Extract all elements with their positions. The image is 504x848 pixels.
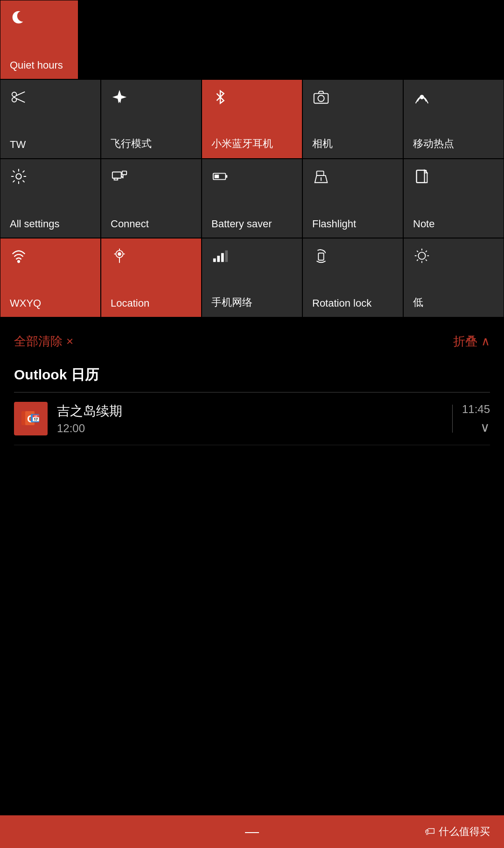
outlook-icon: O 📅 (14, 402, 48, 435)
svg-rect-10 (122, 171, 127, 175)
rotation-icon (312, 247, 393, 267)
tile-battery-saver[interactable]: Battery saver (202, 159, 302, 238)
tile-quiet-hours[interactable]: Quiet hours (0, 0, 78, 79)
notification-sub-text: 12:00 (57, 422, 443, 435)
svg-line-39 (426, 251, 427, 252)
tile-camera[interactable]: 相机 (302, 79, 403, 159)
clear-all-label: 全部清除 (14, 333, 63, 350)
tile-row-2: All settings Connect (0, 159, 504, 238)
tile-connect[interactable]: Connect (101, 159, 202, 238)
svg-line-37 (417, 251, 418, 252)
tile-wxyq-label: WXYQ (10, 297, 91, 309)
svg-rect-29 (221, 253, 224, 262)
svg-rect-27 (213, 259, 216, 262)
svg-point-5 (318, 95, 324, 101)
tile-tw-label: TW (10, 139, 91, 151)
tile-tw[interactable]: TW (0, 79, 101, 159)
tile-camera-label: 相机 (312, 137, 393, 151)
flashlight-icon (312, 168, 393, 188)
notification-item[interactable]: O 📅 吉之岛续期 12:00 11:45 ∨ (14, 392, 490, 445)
notification-vertical-divider (452, 405, 453, 433)
tile-row0-spacer (78, 0, 504, 79)
tile-mobile-network-label: 手机网络 (211, 295, 293, 309)
svg-rect-15 (215, 175, 219, 178)
tile-hotspot-label: 移动热点 (413, 137, 494, 151)
tile-hotspot[interactable]: 移动热点 (403, 79, 504, 159)
tile-battery-saver-label: Battery saver (211, 218, 293, 230)
notification-content: 吉之岛续期 12:00 (57, 402, 443, 435)
svg-rect-16 (317, 171, 324, 176)
tile-row-1: TW 飞行模式 小米蓝牙耳机 (0, 79, 504, 159)
brand-text: 什么值得买 (439, 825, 490, 839)
clear-all-icon: × (66, 334, 73, 349)
svg-rect-31 (318, 253, 323, 260)
tile-note[interactable]: Note (403, 159, 504, 238)
collapse-button[interactable]: 折叠 ∧ (453, 333, 490, 350)
svg-point-26 (118, 252, 121, 255)
tile-connect-label: Connect (111, 218, 192, 230)
notification-section: Outlook 日历 O 📅 吉之岛续期 12:00 11:45 ∨ (0, 361, 504, 455)
tile-airplane-mode[interactable]: 飞行模式 (101, 79, 202, 159)
moon-icon (10, 9, 69, 29)
svg-line-40 (417, 259, 418, 261)
wifi-bars-icon (10, 247, 91, 267)
chevron-down-icon[interactable]: ∨ (480, 420, 490, 435)
brand-icon: 🏷 (425, 826, 435, 838)
collapse-icon: ∧ (481, 334, 490, 349)
svg-point-32 (418, 252, 425, 259)
tile-location[interactable]: Location (101, 238, 202, 317)
tile-mobile-network[interactable]: 手机网络 (202, 238, 302, 317)
svg-rect-19 (417, 170, 425, 183)
tile-flashlight[interactable]: Flashlight (302, 159, 403, 238)
svg-rect-28 (217, 256, 220, 262)
notification-time: 11:45 (462, 403, 490, 416)
brightness-icon (413, 247, 494, 267)
tile-rotation-lock[interactable]: Rotation lock (302, 238, 403, 317)
location-icon (111, 247, 192, 267)
tile-row-0: Quiet hours (0, 0, 504, 79)
battery-icon (211, 168, 293, 188)
svg-point-0 (12, 92, 17, 97)
clear-all-button[interactable]: 全部清除 × (14, 333, 73, 350)
notification-right: 11:45 ∨ (462, 403, 490, 435)
tile-bluetooth-label: 小米蓝牙耳机 (211, 137, 293, 151)
airplane-icon (111, 88, 192, 109)
svg-point-20 (18, 260, 20, 262)
svg-rect-30 (225, 251, 228, 262)
tile-rotation-lock-label: Rotation lock (312, 297, 393, 309)
svg-line-38 (426, 259, 427, 261)
svg-point-7 (16, 174, 21, 179)
tile-brightness[interactable]: 低 (403, 238, 504, 317)
action-bar: 全部清除 × 折叠 ∧ (0, 322, 504, 361)
bottom-bar: — 🏷 什么值得买 (0, 815, 504, 848)
tile-flashlight-label: Flashlight (312, 218, 393, 230)
svg-rect-14 (225, 175, 227, 178)
tile-bluetooth[interactable]: 小米蓝牙耳机 (202, 79, 302, 159)
tile-row-3: WXYQ Location (0, 238, 504, 317)
collapse-label: 折叠 (453, 333, 477, 350)
quick-actions-grid: Quiet hours TW 飞行模式 (0, 0, 504, 317)
tile-brightness-label: 低 (413, 295, 494, 309)
tile-wxyq[interactable]: WXYQ (0, 238, 101, 317)
svg-line-2 (16, 92, 25, 96)
tile-location-label: Location (111, 297, 192, 309)
home-button[interactable]: — (245, 824, 259, 840)
gear-icon (10, 168, 91, 188)
signal-icon (211, 247, 293, 267)
hotspot-icon (413, 88, 494, 109)
notification-section-title: Outlook 日历 (14, 365, 490, 385)
tile-note-label: Note (413, 218, 494, 230)
svg-rect-8 (112, 172, 121, 178)
bluetooth-icon (211, 88, 293, 109)
tile-airplane-label: 飞行模式 (111, 137, 192, 151)
scissors-icon (10, 88, 91, 109)
note-icon (413, 168, 494, 188)
svg-rect-9 (114, 178, 118, 180)
tile-quiet-hours-label: Quiet hours (10, 59, 69, 71)
svg-line-3 (16, 98, 25, 103)
tile-all-settings-label: All settings (10, 218, 91, 230)
camera-icon (312, 88, 393, 109)
notification-main-text: 吉之岛续期 (57, 402, 443, 420)
tile-all-settings[interactable]: All settings (0, 159, 101, 238)
connect-icon (111, 168, 192, 188)
